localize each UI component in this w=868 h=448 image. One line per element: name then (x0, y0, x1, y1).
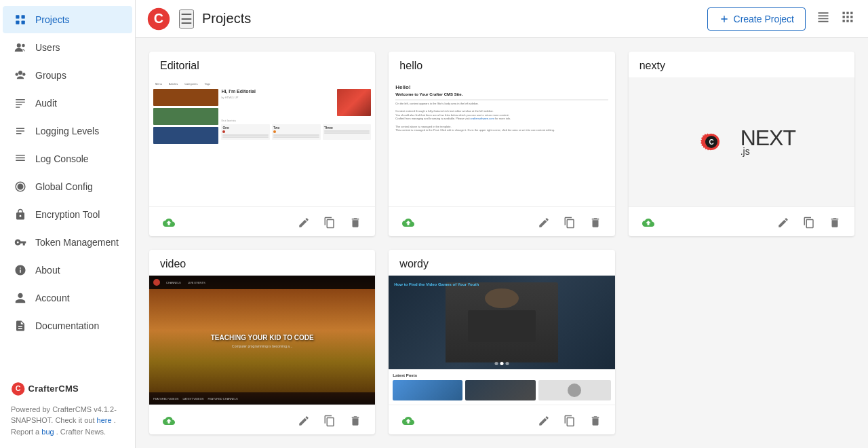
project-card-wordy[interactable]: wordy (389, 250, 614, 434)
wordy-edit-button[interactable] (532, 411, 555, 431)
sidebar-item-users[interactable]: Users (3, 34, 132, 61)
edit-icon (538, 217, 550, 229)
svg-text:C: C (709, 138, 713, 146)
delete-icon (589, 415, 601, 427)
crafter-brand-text: CrafterCMS (28, 382, 79, 396)
grid-view-icon (841, 10, 854, 24)
wordy-upload-button[interactable] (397, 411, 420, 431)
hello-card-actions (389, 206, 614, 236)
sidebar-item-groups[interactable]: Groups (3, 62, 132, 89)
hello-edit-button[interactable] (532, 212, 555, 233)
sidebar-item-audit-label: Audit (35, 98, 57, 109)
delete-icon (349, 415, 361, 427)
sidebar-item-projects[interactable]: Projects (3, 6, 132, 33)
sidebar-item-about-label: About (35, 265, 60, 276)
groups-icon (14, 69, 27, 82)
sidebar-item-about[interactable]: About (3, 257, 132, 284)
about-icon (14, 263, 27, 277)
sidebar-item-global-config[interactable]: Global Config (3, 173, 132, 200)
sidebar-item-projects-label: Projects (35, 14, 70, 25)
upload-icon (402, 217, 414, 229)
edit-icon (777, 217, 789, 229)
here-link[interactable]: here (97, 416, 112, 424)
project-thumbnail-video: CHANNELS LIVE EVENTS TEACHING YOUR KID T… (149, 276, 375, 405)
sidebar-item-logging-levels[interactable]: Logging Levels (3, 117, 132, 145)
svg-rect-1 (22, 15, 25, 18)
nexty-delete-button[interactable] (823, 212, 846, 233)
sidebar: Projects Users Groups Audit Logging Leve (0, 0, 136, 448)
header-actions (814, 7, 857, 30)
list-view-icon (816, 10, 830, 24)
svg-rect-3 (22, 21, 25, 24)
video-delete-button[interactable] (344, 411, 367, 431)
sidebar-item-logging-levels-label: Logging Levels (35, 126, 99, 136)
svg-text:C: C (16, 384, 21, 392)
users-icon (14, 41, 27, 54)
delete-icon (349, 217, 361, 229)
sidebar-item-account[interactable]: Account (3, 284, 132, 312)
project-card-video[interactable]: video CHANNELS LIVE EVENTS TEACHING YOUR… (149, 250, 375, 434)
sidebar-item-audit[interactable]: Audit (3, 90, 132, 117)
video-upload-button[interactable] (157, 411, 180, 431)
nexty-gear-logo: C (688, 118, 735, 166)
create-project-button[interactable]: Create Project (707, 7, 806, 31)
upload-icon (163, 415, 175, 427)
svg-point-6 (18, 71, 22, 75)
grid-view-button[interactable] (838, 7, 857, 30)
nexty-upload-button[interactable] (637, 212, 660, 233)
svg-point-4 (17, 43, 21, 48)
nexty-card-actions (629, 206, 854, 236)
wordy-duplicate-button[interactable] (558, 411, 581, 431)
svg-rect-0 (16, 15, 19, 18)
sidebar-item-encryption-tool[interactable]: Encryption Tool (3, 201, 132, 228)
project-title-editorial: Editorial (149, 52, 375, 77)
editorial-edit-button[interactable] (292, 212, 315, 233)
project-card-nexty[interactable]: nexty C (629, 52, 854, 236)
delete-icon (829, 217, 841, 229)
duplicate-icon (323, 415, 336, 427)
duplicate-icon (323, 217, 336, 229)
hello-upload-button[interactable] (397, 212, 420, 233)
logging-icon (14, 124, 27, 138)
bug-link[interactable]: bug (41, 428, 54, 436)
sidebar-item-documentation-label: Documentation (35, 320, 99, 331)
hello-delete-button[interactable] (584, 212, 607, 233)
project-card-hello[interactable]: hello Hello! Welcome to Your Crafter CMS… (389, 52, 614, 236)
edit-icon (298, 415, 310, 427)
list-view-button[interactable] (814, 7, 833, 30)
audit-icon (14, 96, 27, 110)
project-title-nexty: nexty (629, 52, 854, 77)
editorial-delete-button[interactable] (344, 212, 367, 233)
token-icon (14, 236, 27, 249)
delete-icon (589, 217, 601, 229)
svg-rect-14 (846, 12, 848, 14)
svg-point-7 (16, 73, 19, 76)
nexty-edit-button[interactable] (772, 212, 795, 233)
project-card-editorial[interactable]: Editorial MenuArticlesCategoriesTags (149, 52, 375, 236)
page-title: Projects (202, 11, 699, 26)
svg-rect-20 (846, 20, 848, 22)
svg-point-5 (22, 44, 25, 48)
wordy-card-actions (389, 405, 614, 434)
editorial-card-actions (149, 206, 375, 236)
sidebar-item-log-console[interactable]: Log Console (3, 145, 132, 172)
edit-icon (298, 217, 310, 229)
duplicate-icon (803, 217, 815, 229)
editorial-duplicate-button[interactable] (318, 212, 341, 233)
svg-rect-2 (16, 21, 19, 24)
sidebar-item-token-management[interactable]: Token Management (3, 229, 132, 256)
upload-icon (642, 217, 654, 229)
sidebar-item-users-label: Users (35, 42, 60, 53)
wordy-delete-button[interactable] (584, 411, 607, 431)
header: C ☰ Projects Create Project (136, 0, 868, 38)
sidebar-footer: C CrafterCMS Powered by CrafterCMS v4.1.… (0, 369, 135, 449)
hello-duplicate-button[interactable] (558, 212, 581, 233)
sidebar-item-documentation[interactable]: Documentation (3, 312, 132, 339)
menu-icon[interactable]: ☰ (179, 10, 194, 29)
video-edit-button[interactable] (292, 411, 315, 431)
svg-rect-17 (846, 16, 848, 18)
video-duplicate-button[interactable] (318, 411, 341, 431)
nexty-duplicate-button[interactable] (797, 212, 821, 233)
sidebar-item-log-console-label: Log Console (35, 153, 89, 164)
editorial-upload-button[interactable] (157, 212, 180, 233)
